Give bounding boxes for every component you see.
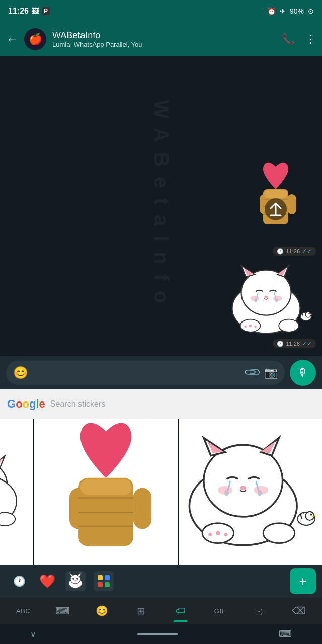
mic-icon: 🎙	[297, 366, 308, 379]
svg-marker-30	[0, 456, 5, 468]
nav-keyboard-icon[interactable]: ⌨	[279, 628, 292, 639]
time-value-2: 11:26	[286, 341, 300, 347]
emoji-button[interactable]: 😊	[13, 366, 28, 380]
sticker-tab-cat[interactable]	[62, 568, 89, 594]
svg-point-55	[216, 531, 220, 535]
input-box[interactable]: 😊 📎 📷	[6, 361, 285, 385]
bottom-nav: ∨ ⌨	[0, 624, 322, 644]
kb-sticker-button[interactable]: 🏷	[162, 601, 200, 621]
emoji-tab-icon: 😊	[96, 605, 108, 617]
svg-point-68	[76, 578, 78, 580]
svg-point-57	[224, 533, 227, 536]
sticker-col-3[interactable]	[179, 419, 322, 565]
msg-time-2: 🕐 11:26 ✓✓	[273, 339, 316, 348]
add-sticker-button[interactable]: +	[290, 568, 316, 594]
camera-button[interactable]: 📷	[264, 366, 278, 379]
svg-rect-38	[80, 479, 132, 496]
color-tab-icon	[94, 571, 114, 591]
chat-toolbar: ← 🍎 WABetaInfo Lumia, WhatsApp Parallel,…	[0, 22, 322, 56]
toolbar-actions: 📞 ⋮	[281, 33, 316, 46]
call-add-button[interactable]: 📞	[281, 33, 295, 46]
svg-point-34	[0, 512, 15, 525]
google-logo: Google	[7, 397, 45, 411]
battery-percent: 90%	[290, 7, 304, 15]
svg-point-61	[310, 513, 312, 515]
status-time-area: 11:26 🖼 P	[8, 7, 50, 16]
svg-point-54	[263, 523, 295, 543]
svg-point-67	[72, 578, 74, 580]
kb-layout-button[interactable]: ⌨	[43, 601, 82, 621]
mic-button[interactable]: 🎙	[290, 360, 316, 386]
svg-point-22	[249, 325, 252, 327]
nav-chevron-down[interactable]: ∨	[30, 629, 36, 639]
alarm-icon: ⏰	[267, 7, 276, 15]
message-sticker-1: 🕐 11:26 ✓✓	[235, 159, 316, 256]
hearts-icon: ❤️	[39, 574, 55, 589]
contact-status: Lumia, WhatsApp Parallel, You	[52, 41, 275, 48]
svg-point-19	[273, 296, 282, 301]
msg-tick-1: ✓✓	[302, 248, 312, 255]
airplane-icon: ✈	[280, 7, 286, 15]
kb-gif-label: GIF	[214, 607, 226, 615]
sticker-col-2[interactable]	[34, 419, 179, 565]
sticker-heart-hand	[235, 159, 316, 245]
sticker-tab-recent[interactable]: 🕐	[6, 568, 32, 594]
svg-point-23	[244, 326, 247, 328]
status-p-icon: P	[42, 7, 50, 15]
attach-button[interactable]: 📎	[243, 363, 262, 382]
sticker-cat-crying-grid	[179, 419, 322, 565]
recent-icon: 🕐	[13, 575, 26, 587]
back-button[interactable]: ←	[6, 32, 18, 46]
svg-rect-3	[264, 190, 287, 198]
svg-point-69	[74, 580, 77, 582]
time-icon-2: 🕐	[277, 341, 284, 347]
message-input-area: 😊 📎 📷 🎙	[0, 356, 322, 389]
sticker-cat	[225, 262, 316, 337]
kb-emoticon-button[interactable]: :-)	[240, 601, 279, 621]
sticker-heart-hand-grid	[34, 419, 178, 565]
kb-gif-button[interactable]: GIF	[201, 601, 239, 621]
messages-list: 🕐 11:26 ✓✓	[0, 155, 322, 352]
home-indicator	[137, 633, 178, 635]
svg-point-28	[308, 313, 310, 314]
svg-rect-73	[98, 582, 103, 587]
kb-emoji-button[interactable]: 😊	[83, 601, 121, 621]
message-input[interactable]	[33, 368, 240, 377]
add-icon: +	[299, 574, 306, 589]
msg-tick-2: ✓✓	[302, 340, 312, 347]
sticker-col-1[interactable]	[0, 419, 34, 565]
svg-point-24	[254, 326, 257, 328]
menu-button[interactable]: ⋮	[305, 33, 316, 46]
svg-rect-74	[105, 582, 110, 587]
svg-rect-71	[98, 575, 103, 580]
message-sticker-2: 🕐 11:26 ✓✓	[225, 262, 316, 348]
svg-rect-72	[105, 575, 110, 580]
kb-sticker-pack-button[interactable]: ⊞	[122, 601, 160, 621]
svg-rect-70	[94, 571, 114, 591]
keyboard-toolbar: ABC ⌨ 😊 ⊞ 🏷 GIF :-) ⌫	[0, 598, 322, 624]
contact-info[interactable]: WABetaInfo Lumia, WhatsApp Parallel, You	[52, 30, 275, 49]
kb-abc-label: ABC	[16, 607, 30, 615]
kb-backspace-button[interactable]: ⌫	[280, 601, 318, 621]
time-value-1: 11:26	[286, 248, 300, 254]
svg-point-18	[251, 296, 260, 301]
kb-abc-button[interactable]: ABC	[4, 601, 42, 621]
svg-point-51	[218, 486, 232, 495]
heart-hand-svg	[235, 159, 316, 245]
status-right-area: ⏰ ✈ 90% ⊙	[267, 7, 314, 15]
chat-area: WABetaInfo	[0, 56, 322, 356]
backspace-icon: ⌫	[292, 605, 306, 617]
sticker-search-bar[interactable]: Google Search stickers	[0, 389, 322, 419]
contact-avatar[interactable]: 🍎	[24, 28, 46, 50]
status-bar: 11:26 🖼 P ⏰ ✈ 90% ⊙	[0, 0, 322, 22]
contact-name: WABetaInfo	[52, 30, 275, 41]
svg-point-21	[279, 319, 299, 332]
msg-time-1: 🕐 11:26 ✓✓	[273, 247, 316, 256]
svg-rect-37	[133, 488, 151, 529]
sticker-tab-hearts[interactable]: ❤️	[34, 568, 60, 594]
camera-icon-status: ⊙	[308, 7, 314, 15]
sticker-tab-bar: 🕐 ❤️ +	[0, 565, 322, 598]
sticker-tab-color[interactable]	[91, 568, 117, 594]
keyboard-layout-icon: ⌨	[55, 605, 70, 617]
status-time: 11:26	[8, 7, 29, 16]
